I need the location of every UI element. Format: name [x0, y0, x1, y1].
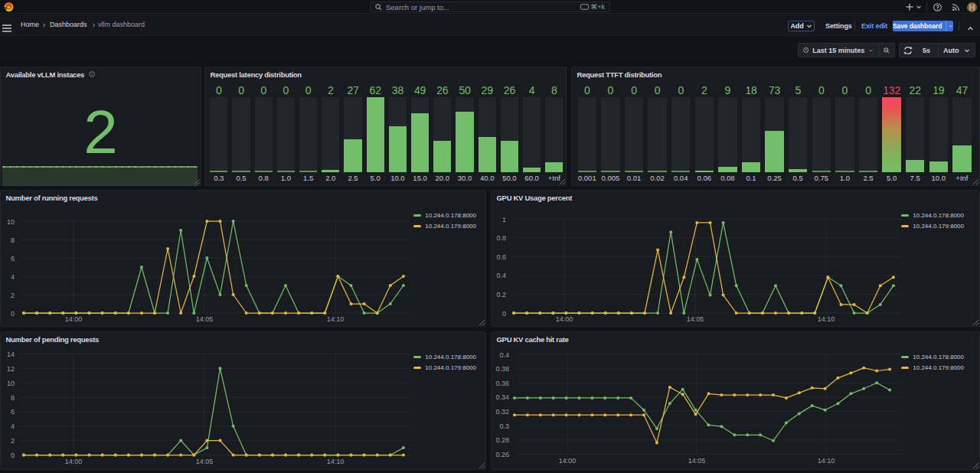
svg-text:14:10: 14:10	[818, 315, 835, 323]
svg-text:6: 6	[11, 408, 15, 416]
svg-text:8: 8	[11, 394, 15, 402]
svg-text:0.2: 0.2	[496, 291, 506, 298]
svg-text:14:00: 14:00	[559, 457, 577, 465]
svg-text:0.6: 0.6	[496, 253, 506, 261]
svg-text:2: 2	[11, 437, 15, 445]
svg-text:0: 0	[11, 452, 15, 459]
svg-text:10: 10	[7, 218, 15, 226]
svg-text:14:05: 14:05	[196, 458, 214, 465]
svg-text:10: 10	[7, 380, 15, 387]
svg-text:14:05: 14:05	[688, 457, 706, 465]
svg-text:14:05: 14:05	[196, 315, 214, 323]
svg-text:14:10: 14:10	[818, 457, 835, 465]
svg-text:8: 8	[11, 236, 15, 244]
svg-text:4: 4	[11, 273, 15, 281]
svg-text:0.26: 0.26	[495, 451, 509, 458]
svg-text:0.38: 0.38	[495, 365, 509, 373]
svg-text:1: 1	[502, 216, 506, 223]
svg-text:0: 0	[502, 310, 506, 318]
svg-text:14:00: 14:00	[556, 315, 573, 323]
svg-text:14:10: 14:10	[327, 458, 345, 465]
svg-text:0.34: 0.34	[495, 393, 509, 401]
svg-text:0.4: 0.4	[499, 351, 509, 359]
svg-text:0: 0	[11, 310, 15, 318]
svg-text:14:10: 14:10	[327, 315, 345, 323]
svg-text:0.3: 0.3	[499, 422, 509, 430]
svg-text:4: 4	[11, 422, 15, 430]
svg-text:14:00: 14:00	[65, 315, 83, 323]
svg-text:14:05: 14:05	[687, 315, 704, 323]
svg-text:2: 2	[11, 292, 15, 299]
svg-text:14: 14	[7, 351, 15, 358]
svg-text:12: 12	[7, 365, 15, 373]
svg-text:0.4: 0.4	[496, 272, 506, 279]
svg-text:0.32: 0.32	[495, 408, 509, 416]
svg-text:14:00: 14:00	[65, 458, 83, 465]
svg-text:0.28: 0.28	[495, 436, 509, 444]
svg-text:0.8: 0.8	[496, 234, 506, 242]
svg-text:6: 6	[11, 255, 15, 263]
svg-text:0.36: 0.36	[495, 380, 509, 387]
